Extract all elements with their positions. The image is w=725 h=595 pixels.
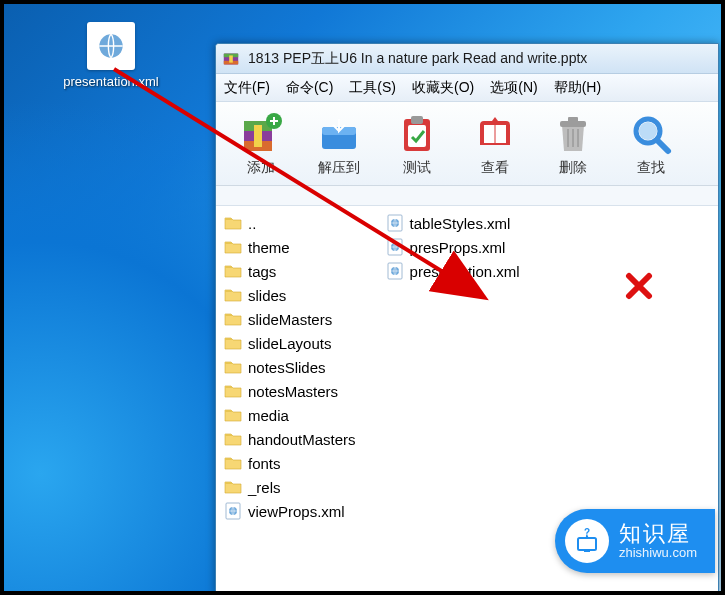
file-name: theme [248, 239, 290, 256]
file-row[interactable]: notesMasters [224, 380, 356, 402]
view-icon [472, 111, 518, 157]
file-row[interactable]: presentation.xml [386, 260, 520, 282]
delete-icon [550, 111, 596, 157]
svg-rect-4 [229, 55, 233, 62]
badge-sub: zhishiwu.com [619, 546, 697, 561]
menu-fav[interactable]: 收藏夹(O) [412, 79, 474, 97]
folder-icon [224, 310, 242, 328]
file-name: media [248, 407, 289, 424]
svg-rect-35 [584, 550, 590, 552]
file-row[interactable]: handoutMasters [224, 428, 356, 450]
svg-rect-8 [254, 125, 262, 147]
file-name: notesSlides [248, 359, 326, 376]
file-name: tags [248, 263, 276, 280]
file-name: slideMasters [248, 311, 332, 328]
xml-file-icon [224, 502, 242, 520]
find-icon [628, 111, 674, 157]
folder-icon [224, 238, 242, 256]
watermark-badge: ? 知识屋 zhishiwu.com [555, 509, 715, 573]
menu-file[interactable]: 文件(F) [224, 79, 270, 97]
file-row[interactable]: _rels [224, 476, 356, 498]
folder-icon [224, 478, 242, 496]
folder-icon [224, 334, 242, 352]
folder-icon [224, 406, 242, 424]
toolbar-add-label: 添加 [247, 159, 275, 177]
titlebar[interactable]: 1813 PEP五上U6 In a nature park Read and w… [216, 44, 718, 74]
svg-line-24 [657, 140, 668, 151]
toolbar-delete[interactable]: 删除 [534, 105, 612, 183]
menu-tools[interactable]: 工具(S) [349, 79, 396, 97]
file-name: presProps.xml [410, 239, 506, 256]
xml-file-icon [386, 238, 404, 256]
winrar-icon [222, 50, 240, 68]
toolbar-view[interactable]: 查看 [456, 105, 534, 183]
folder-icon [224, 358, 242, 376]
file-name: fonts [248, 455, 281, 472]
file-row[interactable]: slideLayouts [224, 332, 356, 354]
folder-icon [224, 262, 242, 280]
svg-rect-18 [568, 117, 578, 123]
xml-file-icon [386, 262, 404, 280]
svg-point-23 [639, 122, 657, 140]
menu-help[interactable]: 帮助(H) [554, 79, 601, 97]
file-name: slideLayouts [248, 335, 331, 352]
file-row[interactable]: tableStyles.xml [386, 212, 520, 234]
desktop-file-label: presentation.xml [56, 74, 166, 91]
file-row[interactable]: tags [224, 260, 356, 282]
menu-options[interactable]: 选项(N) [490, 79, 537, 97]
file-row[interactable]: fonts [224, 452, 356, 474]
folder-icon [224, 454, 242, 472]
toolbar-view-label: 查看 [481, 159, 509, 177]
test-icon [394, 111, 440, 157]
folder-icon [224, 214, 242, 232]
toolbar-find-label: 查找 [637, 159, 665, 177]
toolbar-extract-label: 解压到 [318, 159, 360, 177]
folder-icon [224, 286, 242, 304]
delete-x-annotation [625, 272, 653, 300]
file-row[interactable]: slideMasters [224, 308, 356, 330]
toolbar-extract[interactable]: 解压到 [300, 105, 378, 183]
desktop-file-icon[interactable]: presentation.xml [56, 22, 166, 91]
extract-icon [316, 111, 362, 157]
svg-rect-14 [411, 116, 423, 124]
xml-file-icon [87, 22, 135, 70]
badge-title: 知识屋 [619, 521, 697, 546]
svg-rect-13 [408, 125, 426, 147]
menu-command[interactable]: 命令(C) [286, 79, 333, 97]
address-bar[interactable] [216, 186, 718, 206]
file-name: .. [248, 215, 256, 232]
file-name: slides [248, 287, 286, 304]
file-row[interactable]: .. [224, 212, 356, 234]
toolbar-test-label: 测试 [403, 159, 431, 177]
menubar: 文件(F) 命令(C) 工具(S) 收藏夹(O) 选项(N) 帮助(H) [216, 74, 718, 102]
xml-file-icon [386, 214, 404, 232]
add-archive-icon [238, 111, 284, 157]
toolbar-add[interactable]: 添加 [222, 105, 300, 183]
toolbar: 添加 解压到 测试 [216, 102, 718, 186]
file-name: handoutMasters [248, 431, 356, 448]
file-name: presentation.xml [410, 263, 520, 280]
toolbar-test[interactable]: 测试 [378, 105, 456, 183]
file-name: tableStyles.xml [410, 215, 511, 232]
window-title: 1813 PEP五上U6 In a nature park Read and w… [248, 50, 587, 68]
file-row[interactable]: slides [224, 284, 356, 306]
file-row[interactable]: notesSlides [224, 356, 356, 378]
file-name: notesMasters [248, 383, 338, 400]
svg-rect-34 [578, 538, 596, 550]
svg-point-37 [586, 536, 588, 538]
toolbar-find[interactable]: 查找 [612, 105, 690, 183]
file-row[interactable]: theme [224, 236, 356, 258]
file-row[interactable]: presProps.xml [386, 236, 520, 258]
folder-icon [224, 382, 242, 400]
folder-icon [224, 430, 242, 448]
file-row[interactable]: viewProps.xml [224, 500, 356, 522]
desktop-wallpaper: presentation.xml 1813 PEP五上U6 In a natur… [4, 4, 721, 591]
file-name: _rels [248, 479, 281, 496]
toolbar-delete-label: 删除 [559, 159, 587, 177]
badge-icon: ? [565, 519, 609, 563]
file-name: viewProps.xml [248, 503, 345, 520]
file-row[interactable]: media [224, 404, 356, 426]
